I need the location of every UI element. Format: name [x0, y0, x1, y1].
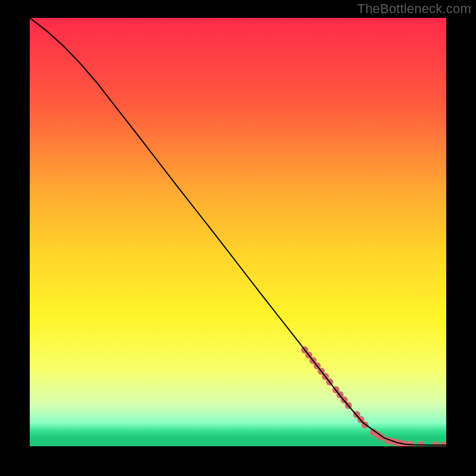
- chart-frame: TheBottleneck.com: [0, 0, 476, 476]
- chart-svg: [30, 18, 446, 446]
- gradient-background: [30, 18, 446, 446]
- plot-area: [30, 18, 446, 446]
- watermark-text: TheBottleneck.com: [357, 1, 471, 17]
